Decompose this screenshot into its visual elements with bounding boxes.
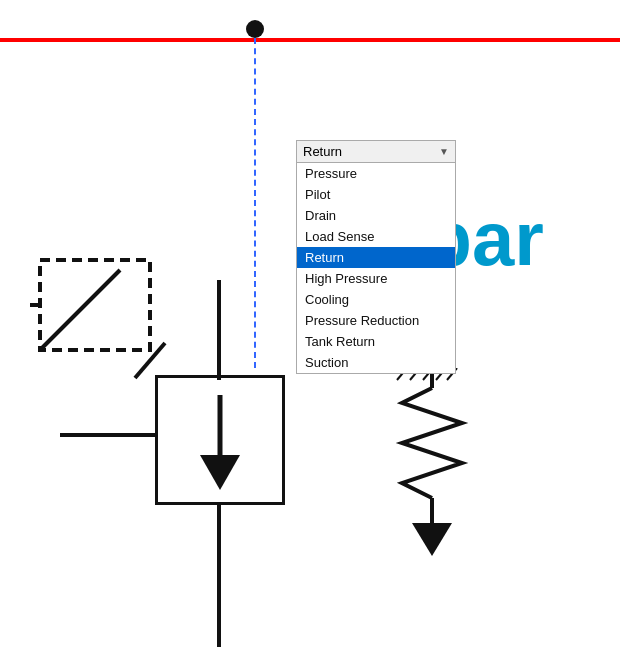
circle-node	[246, 20, 264, 38]
dropdown-item-load-sense[interactable]: Load Sense	[297, 226, 455, 247]
dropdown-selected[interactable]: Return ▼	[296, 140, 456, 163]
svg-line-1	[40, 270, 120, 350]
svg-rect-0	[40, 260, 150, 350]
svg-line-3	[135, 343, 165, 378]
svg-marker-5	[200, 455, 240, 490]
line-type-dropdown[interactable]: Return ▼ Pressure Pilot Drain Load Sense…	[296, 140, 456, 374]
dropdown-item-return[interactable]: Return	[297, 247, 455, 268]
dropdown-item-drain[interactable]: Drain	[297, 205, 455, 226]
dropdown-item-pilot[interactable]: Pilot	[297, 184, 455, 205]
valve-line-down	[214, 502, 224, 649]
spring-symbol	[382, 368, 482, 568]
dropdown-list: Pressure Pilot Drain Load Sense Return H…	[296, 163, 456, 374]
dropdown-item-pressure-reduction[interactable]: Pressure Reduction	[297, 310, 455, 331]
svg-marker-9	[412, 523, 452, 556]
blue-dashed-line	[254, 38, 256, 368]
dropdown-item-cooling[interactable]: Cooling	[297, 289, 455, 310]
chevron-down-icon: ▼	[439, 146, 449, 157]
dropdown-item-suction[interactable]: Suction	[297, 352, 455, 373]
dropdown-item-high-pressure[interactable]: High Pressure	[297, 268, 455, 289]
valve-horizontal-left	[60, 430, 160, 440]
dropdown-item-tank-return[interactable]: Tank Return	[297, 331, 455, 352]
valve-line-up	[214, 280, 224, 380]
dropdown-selected-label: Return	[303, 144, 342, 159]
valve-arrow-down	[165, 390, 275, 500]
dropdown-item-pressure[interactable]: Pressure	[297, 163, 455, 184]
red-line-top	[0, 38, 620, 42]
